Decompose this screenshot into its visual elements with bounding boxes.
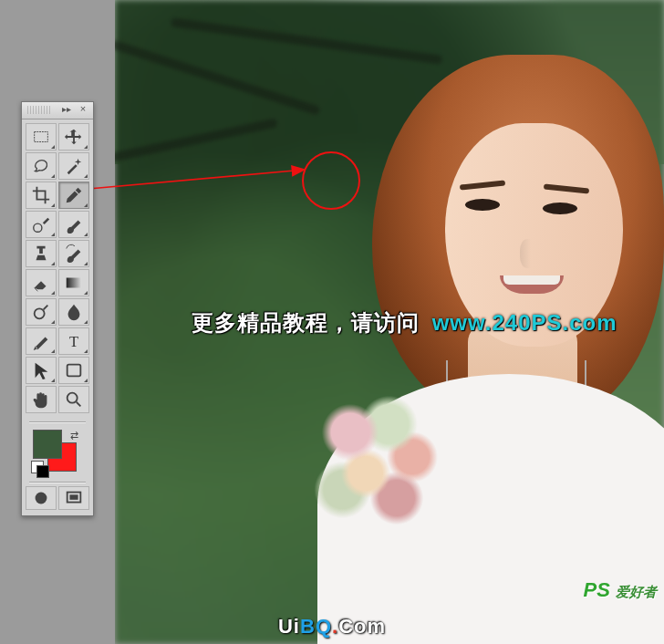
tool-lasso[interactable] [26, 152, 57, 180]
flyout-indicator-icon [84, 145, 88, 149]
tool-shape[interactable] [58, 357, 89, 384]
clone-stamp-icon [31, 244, 51, 264]
tool-clone-stamp[interactable] [26, 240, 57, 267]
flyout-indicator-icon [51, 320, 55, 324]
photo-teeth [503, 275, 560, 285]
lasso-icon [31, 156, 51, 176]
svg-rect-5 [67, 278, 82, 288]
shape-icon [64, 360, 84, 380]
move-icon [64, 127, 84, 147]
panel-grip-icon [27, 106, 51, 114]
tool-hand[interactable] [26, 386, 57, 413]
zoom-icon [64, 390, 84, 410]
site-watermark: UiBQ.Com [278, 615, 386, 639]
tool-grid: T [22, 119, 93, 417]
tool-type[interactable]: T [58, 327, 89, 355]
workspace: 更多精品教程，请访问 www.240PS.com PS 爱好者 UiBQ.Com… [0, 0, 664, 644]
dodge-icon [31, 302, 51, 322]
tool-rectangular-marquee[interactable] [26, 123, 57, 151]
path-selection-icon [31, 360, 51, 380]
foreground-color-swatch[interactable] [33, 430, 62, 459]
blur-icon [64, 302, 84, 322]
tool-dodge[interactable] [26, 298, 57, 326]
mode-row [22, 486, 93, 515]
standard-mode-icon [31, 488, 51, 508]
flyout-indicator-icon [51, 174, 55, 178]
gradient-icon [64, 273, 84, 293]
ps-watermark-sub: 爱好者 [616, 584, 657, 599]
hand-icon [31, 390, 51, 410]
pen-icon [31, 331, 51, 351]
tool-path-selection[interactable] [26, 357, 57, 384]
tool-crop[interactable] [26, 182, 57, 209]
mode-screen-mode[interactable] [58, 486, 89, 510]
flyout-indicator-icon [51, 262, 55, 265]
svg-rect-8 [67, 365, 81, 377]
history-brush-icon [64, 244, 84, 264]
separator [22, 417, 93, 426]
photo-eye [543, 203, 577, 214]
tool-eraser[interactable] [26, 269, 57, 296]
tool-eyedropper[interactable] [58, 182, 89, 209]
color-swatches[interactable]: ⇄ [22, 426, 93, 477]
svg-point-6 [35, 308, 45, 318]
mode-standard-mode[interactable] [26, 486, 57, 510]
tool-magic-wand[interactable] [58, 152, 89, 180]
flyout-indicator-icon [84, 174, 88, 178]
flyout-indicator-icon [51, 203, 55, 207]
tool-move[interactable] [58, 123, 89, 151]
tools-panel[interactable]: ▸▸ × T ⇄ [21, 101, 94, 516]
collapse-button[interactable]: ▸▸ [62, 104, 71, 114]
rectangular-marquee-icon [31, 127, 51, 147]
magic-wand-icon [64, 156, 84, 176]
flyout-indicator-icon [84, 233, 88, 236]
screen-mode-icon [64, 488, 84, 508]
flyout-indicator-icon [84, 291, 88, 295]
flyout-indicator-icon [51, 349, 55, 353]
svg-point-10 [36, 493, 47, 504]
flyout-indicator-icon [84, 320, 88, 324]
svg-rect-4 [36, 246, 45, 249]
separator [22, 477, 93, 486]
brush-icon [64, 214, 84, 234]
close-button[interactable]: × [78, 104, 88, 115]
tool-zoom[interactable] [58, 386, 89, 413]
photo-eye [465, 199, 500, 211]
tutorial-caption: 更多精品教程，请访问 www.240PS.com [192, 308, 617, 338]
svg-rect-1 [35, 132, 48, 142]
ps-watermark-main: PS [584, 578, 610, 601]
eraser-icon [31, 273, 51, 293]
caption-text: 更多精品教程，请访问 [192, 310, 420, 335]
flyout-indicator-icon [84, 203, 88, 207]
sample-point-annotation [302, 151, 360, 210]
tool-brush[interactable] [58, 211, 89, 238]
flyout-indicator-icon [84, 349, 88, 353]
tool-blur[interactable] [58, 298, 89, 326]
crop-icon [31, 185, 51, 205]
flyout-indicator-icon [51, 291, 55, 295]
healing-brush-icon [31, 214, 51, 234]
photo-flowers [304, 383, 459, 547]
svg-rect-12 [69, 494, 78, 500]
flyout-indicator-icon [84, 379, 88, 382]
eyedropper-icon [64, 185, 84, 205]
svg-point-2 [34, 223, 42, 232]
tool-healing-brush[interactable] [26, 211, 57, 238]
flyout-indicator-icon [51, 233, 55, 236]
tool-gradient[interactable] [58, 269, 89, 296]
svg-text:T: T [69, 333, 78, 350]
default-colors-icon[interactable] [36, 465, 49, 478]
tool-history-brush[interactable] [58, 240, 89, 267]
flyout-indicator-icon [51, 145, 55, 149]
type-icon: T [64, 331, 84, 351]
caption-url: www.240PS.com [432, 310, 617, 335]
tools-panel-header[interactable]: ▸▸ × [22, 102, 93, 119]
photo-nose [520, 239, 538, 268]
svg-point-9 [67, 393, 78, 403]
swap-colors-icon[interactable]: ⇄ [70, 430, 78, 441]
ps-watermark: PS 爱好者 [584, 578, 657, 602]
tool-pen[interactable] [26, 327, 57, 355]
flyout-indicator-icon [84, 262, 88, 265]
flyout-indicator-icon [51, 379, 55, 382]
